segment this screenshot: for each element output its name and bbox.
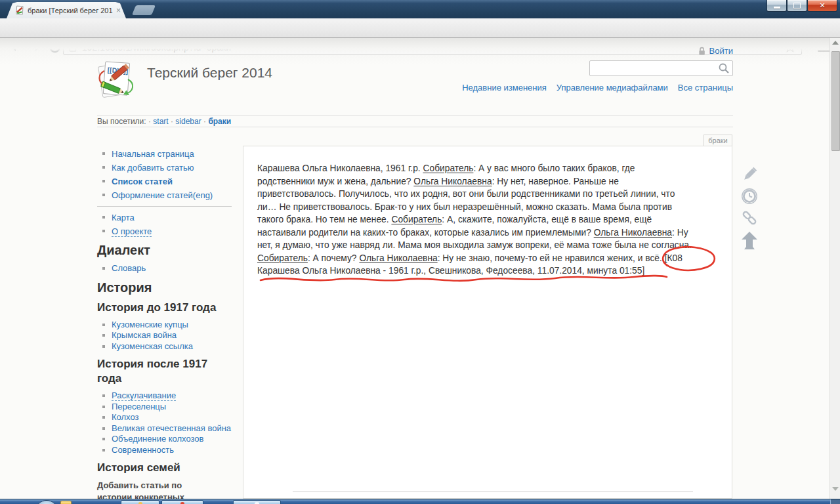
sidebar-item: Словарь [97,263,232,274]
breadcrumb-current: браки [208,117,231,126]
nav-link[interactable]: Все страницы [678,83,733,93]
minimize-icon [774,7,780,9]
sidebar-item: Как добавить статью [97,162,232,173]
sidebar-link[interactable]: Колхоз [112,412,139,422]
sidebar-item: Колхоз [97,412,232,423]
sidebar-link[interactable]: Раскулачивание [112,390,176,401]
favicon-dokuwiki-icon [14,5,24,15]
sidebar-item: Начальная страница [97,148,232,159]
sidebar-heading: Диалект [97,242,232,258]
windows-taskbar [0,499,840,504]
sidebar: Начальная страницаКак добавить статьюСпи… [97,148,232,504]
browser-scrollbar[interactable] [830,38,840,499]
site-title: Терский берег 2014 [147,65,272,81]
text-line: нет, я думаю, что уже навряд ли. Мама мо… [257,239,717,252]
taskbar-item[interactable] [161,500,203,504]
scrollbar-down-icon[interactable] [832,487,839,491]
browser-toolbar: 192.168.0.1/wiki/doku.php?id=браки [0,18,840,38]
login-link[interactable]: Войти [698,46,733,56]
sidebar-item: Раскулачивание [97,390,232,402]
text-line: родственники муж и жена, дальние? Ольга … [257,175,717,188]
breadcrumb-label: Вы посетили: [97,117,146,126]
sidebar-link[interactable]: Кузоменские купцы [112,320,188,329]
tab-close-icon[interactable]: × [116,7,121,14]
old-revisions-clock-icon[interactable] [741,188,758,205]
search-input[interactable] [590,62,718,74]
sidebar-item: Великая отечественная война [97,423,232,434]
sidebar-item: Оформление статей(eng) [97,190,232,201]
scrollbar-thumb[interactable] [831,51,840,151]
sidebar-link[interactable]: Оформление статей(eng) [112,190,213,200]
maximize-button[interactable] [787,0,807,12]
sidebar-link[interactable]: Начальная страница [112,149,194,159]
sidebar-link[interactable]: Крымская война [112,330,177,340]
sidebar-list: Начальная страницаКак добавить статьюСпи… [97,148,232,201]
text-line: такого брака. Но тем не менее. Собирател… [257,213,717,226]
breadcrumb-link[interactable]: sidebar [175,117,201,126]
sidebar-item: Объединение колхозов [97,434,232,445]
sidebar-link[interactable]: Карта [112,213,135,222]
page-tab[interactable]: браки [704,135,732,146]
site-nav-links: Недавние измененияУправление медиафайлам… [462,83,733,93]
minimize-button[interactable] [766,0,787,12]
start-button[interactable] [35,500,58,504]
sidebar-item: Кузоменские купцы [97,320,232,331]
breadcrumb-separator: · [201,117,209,126]
taskbar-folder-icon[interactable] [60,501,72,504]
login-label: Войти [709,46,733,56]
padlock-icon [698,47,706,56]
sidebar-heading: История до 1917 года [97,301,232,315]
sidebar-link[interactable]: Как добавить статью [112,163,194,173]
sidebar-link[interactable]: Великая отечественная война [112,423,231,433]
sidebar-item: Карта [97,212,232,223]
text-line: приветствовалось. Получилось, что их род… [257,188,717,201]
browser-tab[interactable]: браки [Терский берег 201 × [7,2,126,18]
search-box[interactable] [589,60,733,76]
edit-pencil-icon[interactable] [741,166,758,183]
taskbar-item[interactable] [233,500,281,504]
sidebar-item: Кузоменская ссылка [97,341,232,352]
text-line: ли… Не приветствовалось. Брак-то у них б… [257,201,717,214]
article-text: Карашева Ольга Николаевна, 1961 г.р. Соб… [257,162,717,278]
sidebar-item: Переселенцы [97,402,232,413]
screen: браки [Терский берег 201 × ✕ 192.168.0.1… [0,0,840,504]
sidebar-divider [97,206,232,207]
sidebar-heading: История [97,280,232,295]
sidebar-link[interactable]: Словарь [112,263,146,273]
sidebar-item: Крымская война [97,330,232,341]
sidebar-link[interactable]: Список статей [112,177,173,186]
text-line: Карашева Ольга Николаевна - 1961 г.р., С… [257,264,717,278]
nav-link[interactable]: Управление медиафайлами [556,83,668,93]
breadcrumb-separator: · [146,117,154,126]
sidebar-link[interactable]: Современность [112,445,174,455]
sidebar-item: О проекте [97,226,232,237]
dokuwiki-logo[interactable]: [[DW]] [96,56,138,101]
page-tools [740,166,759,251]
browser-titlebar: браки [Терский берег 201 × ✕ [0,0,840,18]
taskbar-item[interactable] [121,500,159,504]
sidebar-list: РаскулачиваниеПереселенцыКолхозВеликая о… [97,390,232,455]
tab-title: браки [Терский берег 201 [28,7,115,14]
search-icon[interactable] [718,62,730,74]
close-button[interactable]: ✕ [807,0,837,12]
content-divider [293,492,693,492]
nav-link[interactable]: Недавние изменения [462,83,547,93]
breadcrumb-link[interactable]: start [153,117,168,126]
scrollbar-up-icon[interactable] [832,41,839,45]
sidebar-list: Словарь [97,263,232,274]
maximize-icon [793,3,801,9]
back-to-top-arrow-icon[interactable] [741,231,758,251]
sidebar-link[interactable]: О проекте [112,226,152,237]
sidebar-list: Кузоменские купцыКрымская войнаКузоменск… [97,320,232,352]
sidebar-item: Современность [97,445,232,456]
sidebar-link[interactable]: Кузоменская ссылка [112,341,193,351]
backlinks-chain-icon[interactable] [741,209,758,226]
sidebar-heading: История после 1917 года [97,357,232,386]
sidebar-list: КартаО проекте [97,212,232,237]
sidebar-link[interactable]: Переселенцы [112,402,166,411]
sidebar-link[interactable]: Объединение колхозов [112,434,204,444]
new-tab-button[interactable] [132,5,156,15]
show-desktop-button[interactable] [830,499,840,504]
text-line: Собиратель: А почему? Ольга Николаевна: … [257,252,717,265]
breadcrumb: Вы посетили: · start · sidebar · браки [97,116,733,127]
